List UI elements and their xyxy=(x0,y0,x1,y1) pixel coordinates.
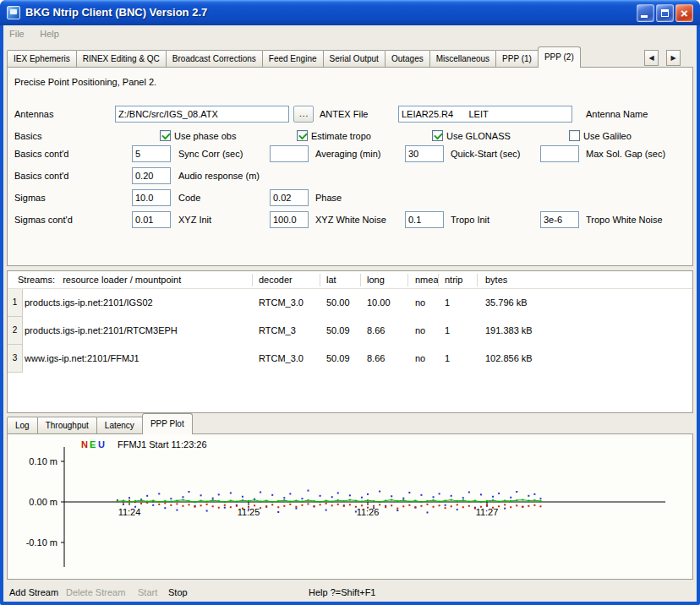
cell-ntrip: 1 xyxy=(445,289,450,317)
use-glonass-checkbox[interactable] xyxy=(432,130,443,141)
audio-response-label: Audio response (m) xyxy=(178,167,260,184)
tab-ppp-plot[interactable]: PPP Plot xyxy=(142,413,193,434)
tab-feed-engine[interactable]: Feed Engine xyxy=(262,50,324,67)
tab-rinex-ephemeris[interactable]: IEX Ephemeris xyxy=(7,50,77,67)
sigma-code-input[interactable] xyxy=(132,189,171,206)
titlebar[interactable]: BKG Ntrip Client (BNC) Version 2.7 × xyxy=(0,0,700,25)
antenna-name-label: Antenna Name xyxy=(586,106,648,123)
point-E xyxy=(265,500,267,502)
max-sol-gap-input[interactable] xyxy=(540,145,579,162)
cell-nmea: no xyxy=(415,345,425,373)
use-phase-obs-checkbox[interactable] xyxy=(160,130,171,141)
tab-rinex-editing-qc[interactable]: RINEX Editing & QC xyxy=(76,50,167,67)
tab-outages[interactable]: Outages xyxy=(385,50,430,67)
tropo-white-noise-input[interactable] xyxy=(540,211,579,228)
top-tabbar: IEX Ephemeris RINEX Editing & QC Broadca… xyxy=(7,46,581,68)
point-E xyxy=(451,499,452,501)
minimize-button[interactable] xyxy=(637,4,654,22)
antenna-name-input[interactable] xyxy=(398,106,572,123)
legend-N: N xyxy=(81,439,88,450)
browse-button[interactable]: ... xyxy=(293,106,314,123)
close-button[interactable]: × xyxy=(675,4,693,22)
point-N xyxy=(433,506,435,508)
point-E xyxy=(277,500,279,502)
maximize-icon xyxy=(661,9,669,17)
tab-miscellaneous[interactable]: Miscellaneous xyxy=(429,50,496,67)
maximize-button[interactable] xyxy=(656,4,674,22)
point-U xyxy=(200,494,202,496)
point-U xyxy=(123,504,124,505)
tab-broadcast-corrections[interactable]: Broadcast Corrections xyxy=(166,50,263,67)
point-E xyxy=(212,499,214,501)
menu-file[interactable]: File xyxy=(3,26,30,41)
point-U xyxy=(176,510,178,511)
point-U xyxy=(331,496,333,498)
estimate-tropo-checkbox[interactable] xyxy=(297,130,308,141)
point-N xyxy=(361,504,363,506)
sigmas-contd-label: Sigmas cont'd xyxy=(14,211,73,228)
cell-mountpoint: products.igs-ip.net:2101/RTCM3EPH xyxy=(25,317,178,345)
tab-scroll-left-button[interactable]: ◀ xyxy=(644,50,659,66)
point-U xyxy=(283,497,285,499)
point-E xyxy=(408,501,410,503)
statusbar: Add Stream Delete Stream Start Stop Help… xyxy=(3,583,697,602)
tab-log[interactable]: Log xyxy=(7,417,38,433)
averaging-input[interactable] xyxy=(270,145,309,162)
table-row[interactable]: www.igs-ip.net:2101/FFMJ1 RTCM_3.0 50.09… xyxy=(8,345,692,373)
tropo-init-input[interactable] xyxy=(405,211,444,228)
point-E xyxy=(528,500,529,502)
point-U xyxy=(212,498,214,499)
tab-latency[interactable]: Latency xyxy=(96,417,143,433)
point-N xyxy=(301,504,303,506)
stop-button[interactable]: Stop xyxy=(166,583,190,602)
panel-caption: Precise Point Positioning, Panel 2. xyxy=(14,77,156,87)
cell-decoder: RTCM_3.0 xyxy=(259,345,304,373)
point-E xyxy=(140,499,142,501)
add-stream-button[interactable]: Add Stream xyxy=(7,583,61,602)
sigma-phase-input[interactable] xyxy=(270,189,309,206)
point-N xyxy=(504,504,506,505)
sync-corr-input[interactable] xyxy=(132,145,171,162)
point-E xyxy=(402,499,404,501)
table-row[interactable]: products.igs-ip.net:2101/RTCM3EPH RTCM_3… xyxy=(8,317,692,345)
estimate-tropo-label: Estimate tropo xyxy=(311,128,371,144)
point-U xyxy=(320,495,321,497)
point-N xyxy=(343,505,345,507)
antex-file-input[interactable] xyxy=(115,106,289,123)
point-U xyxy=(516,491,517,493)
use-galileo-checkbox[interactable] xyxy=(569,130,580,141)
basics-row: Basics Use phase obs Estimate tropo Use … xyxy=(8,128,692,144)
tab-ppp-2[interactable]: PPP (2) xyxy=(538,46,581,68)
basics-contd2-label: Basics cont'd xyxy=(14,167,68,184)
xyz-white-noise-input[interactable] xyxy=(270,211,309,228)
delete-stream-button[interactable]: Delete Stream xyxy=(63,583,128,602)
xyz-init-input[interactable] xyxy=(132,211,171,228)
start-button[interactable]: Start xyxy=(135,583,160,602)
tab-throughput[interactable]: Throughput xyxy=(37,417,97,433)
tab-serial-output[interactable]: Serial Output xyxy=(323,50,386,67)
quick-start-input[interactable] xyxy=(405,145,444,162)
point-E xyxy=(308,499,309,501)
column-header-bytes: bytes xyxy=(485,271,507,288)
point-E xyxy=(355,500,357,502)
point-N xyxy=(355,506,357,508)
point-E xyxy=(343,500,345,502)
tab-scroll-right-button[interactable]: ▶ xyxy=(666,50,681,66)
point-N xyxy=(170,504,172,506)
menu-help[interactable]: Help xyxy=(34,26,65,41)
antennas-label: Antennas xyxy=(14,106,53,123)
point-N xyxy=(242,508,243,510)
table-row[interactable]: products.igs-ip.net:2101/IGS02 RTCM_3.0 … xyxy=(8,289,692,317)
sigmas-label: Sigmas xyxy=(14,189,46,206)
tab-ppp-1[interactable]: PPP (1) xyxy=(495,50,539,67)
point-U xyxy=(533,493,535,495)
point-U xyxy=(379,491,380,493)
point-U xyxy=(301,498,303,499)
point-E xyxy=(325,500,327,502)
audio-response-input[interactable] xyxy=(132,167,171,184)
point-E xyxy=(516,499,517,501)
point-N xyxy=(408,504,410,506)
point-E xyxy=(414,500,416,502)
point-N xyxy=(331,504,333,506)
point-U xyxy=(539,498,541,499)
